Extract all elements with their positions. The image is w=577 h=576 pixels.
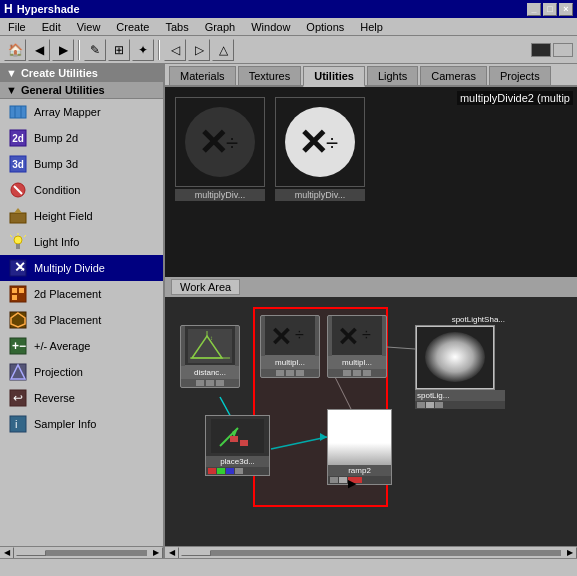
- distance-node-label: distanc...: [181, 366, 239, 379]
- multdiv2-ctrl-2[interactable]: [353, 370, 361, 376]
- tab-lights[interactable]: Lights: [367, 66, 418, 85]
- toolbar-grid-button[interactable]: ⊞: [108, 39, 130, 61]
- multdiv2-ctrl-1[interactable]: [343, 370, 351, 376]
- svg-rect-53: [230, 436, 238, 442]
- ramp2-ctrl-arrow[interactable]: ▶: [348, 477, 362, 483]
- menu-graph[interactable]: Graph: [201, 20, 240, 34]
- place3d-red-ctrl[interactable]: [208, 468, 216, 474]
- title-bar-controls[interactable]: _ □ ×: [527, 3, 573, 16]
- sidebar-label-projection: Projection: [34, 366, 83, 378]
- tab-cameras[interactable]: Cameras: [420, 66, 487, 85]
- menu-window[interactable]: Window: [247, 20, 294, 34]
- toolbar-input-button[interactable]: ◁: [164, 39, 186, 61]
- node-spotlight[interactable]: spotLightSha...: [415, 315, 505, 409]
- sidebar-item-reverse[interactable]: ↩ Reverse: [0, 385, 163, 411]
- ramp2-ctrl-1[interactable]: [330, 477, 338, 483]
- sidebar-section-header[interactable]: ▼ General Utilities: [0, 82, 163, 99]
- close-button[interactable]: ×: [559, 3, 573, 16]
- toolbar-separator-2: [158, 40, 160, 60]
- sidebar-item-array-mapper[interactable]: Array Mapper: [0, 99, 163, 125]
- sidebar-item-2d-placement[interactable]: 2d Placement: [0, 281, 163, 307]
- sidebar-item-light-info[interactable]: Light Info: [0, 229, 163, 255]
- menu-help[interactable]: Help: [356, 20, 387, 34]
- multdiv1-ctrl-2[interactable]: [286, 370, 294, 376]
- spotlight-ctrl-3[interactable]: [435, 402, 443, 408]
- toolbar-both-button[interactable]: △: [212, 39, 234, 61]
- sidebar-item-bump2d[interactable]: 2d Bump 2d: [0, 125, 163, 151]
- tab-textures[interactable]: Textures: [238, 66, 302, 85]
- distance-ctrl-2[interactable]: [206, 380, 214, 386]
- sidebar-item-multiply-divide[interactable]: ✕ ÷ Multiply Divide: [0, 255, 163, 281]
- sidebar-scroll-track: [16, 550, 147, 556]
- svg-text:✕: ✕: [337, 322, 359, 352]
- toolbar-output-button[interactable]: ▷: [188, 39, 210, 61]
- preview-title: multiplyDivide2 (multip: [457, 91, 573, 105]
- svg-marker-10: [14, 208, 22, 213]
- sidebar-header[interactable]: ▼ Create Utilities: [0, 64, 163, 82]
- workarea-scroll-right[interactable]: ▶: [563, 547, 577, 559]
- place3d-green-ctrl[interactable]: [217, 468, 225, 474]
- menu-options[interactable]: Options: [302, 20, 348, 34]
- sidebar-scrollbar[interactable]: ◀ ▶: [0, 546, 163, 558]
- place3d-gray-ctrl[interactable]: [235, 468, 243, 474]
- sidebar-scroll-left[interactable]: ◀: [0, 547, 14, 559]
- menu-tabs[interactable]: Tabs: [161, 20, 192, 34]
- sidebar-section-label: General Utilities: [21, 84, 105, 96]
- work-area-tab[interactable]: Work Area: [171, 279, 240, 295]
- toolbar-node-button[interactable]: ✦: [132, 39, 154, 61]
- multdiv1-node-controls: [274, 369, 306, 377]
- work-area[interactable]: ↕ distanc... ✕ ÷: [165, 297, 577, 546]
- spotlight-ctrl-2[interactable]: [426, 402, 434, 408]
- tab-utilities[interactable]: Utilities: [303, 66, 365, 87]
- spotlight-controls: [415, 401, 505, 409]
- multdiv1-ctrl-3[interactable]: [296, 370, 304, 376]
- distance-ctrl-1[interactable]: [196, 380, 204, 386]
- node-multdiv1[interactable]: ✕ ÷ multipl...: [260, 315, 320, 378]
- sidebar-item-projection[interactable]: Projection: [0, 359, 163, 385]
- menu-file[interactable]: File: [4, 20, 30, 34]
- svg-text:÷: ÷: [326, 130, 338, 155]
- menu-bar: File Edit View Create Tabs Graph Window …: [0, 18, 577, 36]
- sidebar-label-sampler-info: Sampler Info: [34, 418, 96, 430]
- multdiv2-ctrl-3[interactable]: [363, 370, 371, 376]
- menu-create[interactable]: Create: [112, 20, 153, 34]
- workarea-scroll-left[interactable]: ◀: [165, 547, 179, 559]
- maximize-button[interactable]: □: [543, 3, 557, 16]
- node-place3d[interactable]: place3d...: [205, 415, 270, 476]
- multdiv1-ctrl-1[interactable]: [276, 370, 284, 376]
- minimize-button[interactable]: _: [527, 3, 541, 16]
- right-panel: Materials Textures Utilities Lights Came…: [165, 64, 577, 558]
- sidebar-item-bump3d[interactable]: 3d Bump 3d: [0, 151, 163, 177]
- svg-rect-23: [10, 312, 26, 328]
- menu-view[interactable]: View: [73, 20, 105, 34]
- node-distance[interactable]: ↕ distanc...: [180, 325, 240, 388]
- spotlight-ctrl-1[interactable]: [417, 402, 425, 408]
- bump2d-icon: 2d: [8, 128, 28, 148]
- status-bar: [0, 558, 577, 576]
- sidebar-scroll-right[interactable]: ▶: [149, 547, 163, 559]
- node-ramp2[interactable]: ramp2 ▶: [327, 409, 392, 485]
- sidebar-item-condition[interactable]: Condition: [0, 177, 163, 203]
- sidebar-scroll-thumb[interactable]: [16, 550, 46, 556]
- toolbar-home-button[interactable]: 🏠: [4, 39, 26, 61]
- sidebar-item-height-field[interactable]: Height Field: [0, 203, 163, 229]
- distance-node-controls: [194, 379, 226, 387]
- toolbar-forward-button[interactable]: ▶: [52, 39, 74, 61]
- toolbar-edit-button[interactable]: ✎: [84, 39, 106, 61]
- tab-materials[interactable]: Materials: [169, 66, 236, 85]
- sidebar-item-average[interactable]: +− +/- Average: [0, 333, 163, 359]
- workarea-scrollbar[interactable]: ◀ ▶: [165, 546, 577, 558]
- place3d-icon: [206, 416, 269, 456]
- multiply-divide-icon: ✕ ÷: [8, 258, 28, 278]
- ramp2-ctrl-2[interactable]: [339, 477, 347, 483]
- sidebar-item-sampler-info[interactable]: i Sampler Info: [0, 411, 163, 437]
- place3d-blue-ctrl[interactable]: [226, 468, 234, 474]
- distance-ctrl-3[interactable]: [216, 380, 224, 386]
- node-multdiv2[interactable]: ✕ ÷ multipl...: [327, 315, 387, 378]
- toolbar-back-button[interactable]: ◀: [28, 39, 50, 61]
- sidebar-item-3d-placement[interactable]: 3d Placement: [0, 307, 163, 333]
- sidebar-scroll[interactable]: Array Mapper 2d Bump 2d 3d: [0, 99, 163, 546]
- workarea-scroll-thumb[interactable]: [181, 550, 211, 556]
- menu-edit[interactable]: Edit: [38, 20, 65, 34]
- tab-projects[interactable]: Projects: [489, 66, 551, 85]
